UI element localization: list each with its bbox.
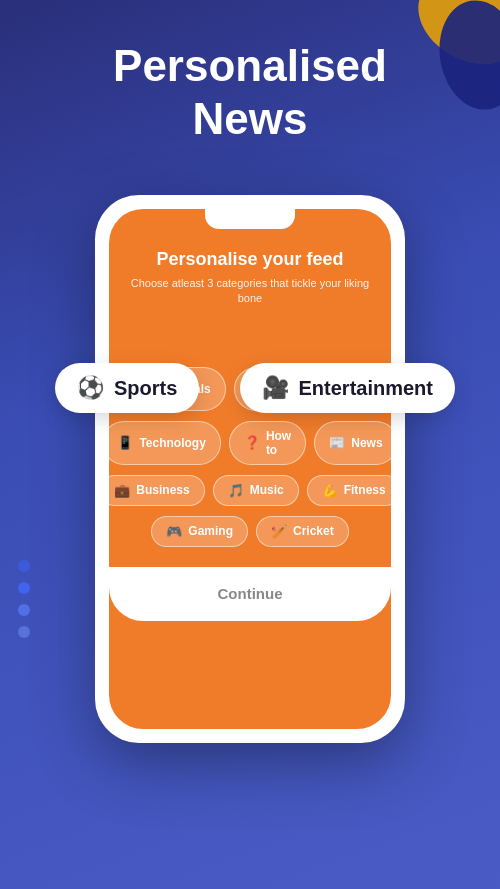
- news-icon: 📰: [329, 435, 345, 450]
- cricket-label: Cricket: [293, 524, 334, 538]
- screen-content: Personalise your feed Choose atleast 3 c…: [109, 209, 391, 621]
- tags-row-2: 📱 Technology ❓ How to 📰 News: [109, 421, 391, 465]
- tags-row-4: 🎮 Gaming 🏏 Cricket: [151, 516, 348, 547]
- dot-4: [18, 626, 30, 638]
- page-title: Personalised News: [0, 0, 500, 166]
- title-line2: News: [193, 94, 308, 143]
- phone-notch: [205, 209, 295, 229]
- tag-gaming[interactable]: 🎮 Gaming: [151, 516, 248, 547]
- phone-outer: Personalise your feed Choose atleast 3 c…: [95, 195, 405, 743]
- tag-cricket[interactable]: 🏏 Cricket: [256, 516, 349, 547]
- cricket-icon: 🏏: [271, 524, 287, 539]
- fitness-icon: 💪: [322, 483, 338, 498]
- sports-label: Sports: [114, 377, 177, 400]
- business-icon: 💼: [114, 483, 130, 498]
- dot-2: [18, 582, 30, 594]
- gaming-label: Gaming: [188, 524, 233, 538]
- tag-news[interactable]: 📰 News: [314, 421, 391, 465]
- sports-icon: ⚽: [77, 375, 104, 401]
- music-label: Music: [250, 483, 284, 497]
- progress-dots: [18, 560, 30, 638]
- technology-icon: 📱: [117, 435, 133, 450]
- music-icon: 🎵: [228, 483, 244, 498]
- entertainment-icon: 🎥: [262, 375, 289, 401]
- tag-technology[interactable]: 📱 Technology: [109, 421, 221, 465]
- tags-row-3: 💼 Business 🎵 Music 💪 Fitness: [109, 475, 391, 506]
- tag-howto[interactable]: ❓ How to: [229, 421, 306, 465]
- entertainment-pill[interactable]: 🎥 Entertainment: [240, 363, 455, 413]
- dot-3: [18, 604, 30, 616]
- technology-label: Technology: [139, 436, 205, 450]
- fitness-label: Fitness: [344, 483, 386, 497]
- screen-subtitle: Choose atleast 3 categories that tickle …: [127, 276, 373, 307]
- screen-title: Personalise your feed: [127, 249, 373, 270]
- tag-music[interactable]: 🎵 Music: [213, 475, 299, 506]
- gaming-icon: 🎮: [166, 524, 182, 539]
- continue-area: Continue: [109, 567, 391, 621]
- phone-mockup: ⚽ Sports 🎥 Entertainment Personalise you…: [95, 195, 405, 743]
- news-label: News: [351, 436, 382, 450]
- tag-fitness[interactable]: 💪 Fitness: [307, 475, 391, 506]
- entertainment-label: Entertainment: [299, 377, 433, 400]
- title-line1: Personalised: [113, 41, 387, 90]
- business-label: Business: [136, 483, 189, 497]
- howto-label: How to: [266, 429, 291, 457]
- sports-pill[interactable]: ⚽ Sports: [55, 363, 199, 413]
- continue-button[interactable]: Continue: [218, 585, 283, 602]
- howto-icon: ❓: [244, 435, 260, 450]
- tag-business[interactable]: 💼 Business: [109, 475, 205, 506]
- phone-screen: Personalise your feed Choose atleast 3 c…: [109, 209, 391, 729]
- dot-1: [18, 560, 30, 572]
